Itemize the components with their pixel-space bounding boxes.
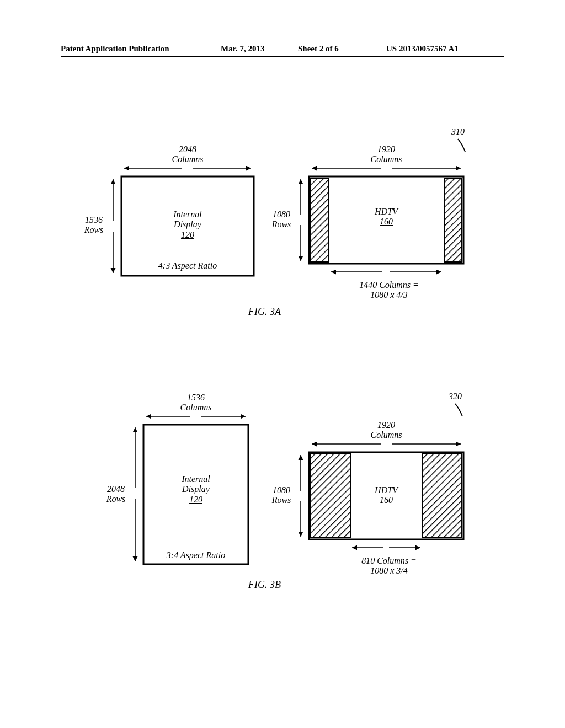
svg-rect-8 xyxy=(311,178,328,262)
fig3b-left-title: Internal Display 120 xyxy=(163,474,229,505)
fig3a-right-title-1: HDTV xyxy=(375,207,398,216)
fig3a-left-cols-value: 2048 xyxy=(179,144,196,154)
fig3b-left-cols-value: 1536 xyxy=(187,393,205,402)
fig3b-right-rows-value: 1080 xyxy=(273,485,290,495)
figure-3a: 2048 Columns 1536 Rows Internal Display … xyxy=(0,127,565,325)
publication-date: Mar. 7, 2013 xyxy=(221,44,264,53)
fig3a-right-cols-value: 1920 xyxy=(377,144,395,154)
fig3a-right-cols: 1920 Columns xyxy=(359,144,414,165)
fig3b-right-inner: 810 Columns = 1080 x 3/4 xyxy=(348,556,430,576)
header-rule xyxy=(61,56,504,57)
fig3b-left-aspect: 3:4 Aspect Ratio xyxy=(152,550,240,560)
publication-label: Patent Application Publication xyxy=(61,44,169,53)
fig3b-right-rows: 1080 Rows xyxy=(265,485,298,506)
fig3a-right-inner-cols: 1440 Columns = xyxy=(359,280,419,290)
fig3b-left-rows-label: Rows xyxy=(106,494,126,504)
fig3a-left-title: Internal Display 120 xyxy=(154,210,221,240)
fig3b-right-inner-cols: 810 Columns = xyxy=(361,556,417,565)
fig3b-left-cols: 1536 Columns xyxy=(168,393,223,413)
fig3a-left-rows-label: Rows xyxy=(84,225,104,234)
fig3a-left-title-2: Display xyxy=(174,220,201,229)
fig3b-left-rows-value: 2048 xyxy=(107,484,125,494)
fig3b-right-cols-value: 1920 xyxy=(377,420,395,430)
fig3a-ref: 310 xyxy=(444,127,472,137)
sheet-number: Sheet 2 of 6 xyxy=(298,44,339,53)
fig3a-left-cols: 2048 Columns xyxy=(160,144,215,165)
fig3a-left-cols-label: Columns xyxy=(172,154,204,164)
fig3a-left-title-1: Internal xyxy=(173,210,202,219)
fig3a-left-aspect: 4:3 Aspect Ratio xyxy=(143,261,232,271)
svg-rect-9 xyxy=(444,178,462,262)
fig3a-right-rows-label: Rows xyxy=(272,220,291,229)
fig3b-left-title-1: Internal xyxy=(182,474,210,484)
fig3a-right-inner: 1440 Columns = 1080 x 4/3 xyxy=(348,280,430,301)
fig3a-right-inner-calc: 1080 x 4/3 xyxy=(370,290,408,299)
fig3b-ref: 320 xyxy=(441,392,469,402)
fig3b-right-cols-label: Columns xyxy=(371,430,402,440)
fig3a-right-title: HDTV 160 xyxy=(353,207,419,227)
fig3b-left-refnum: 120 xyxy=(189,495,202,504)
fig3a-left-rows-value: 1536 xyxy=(85,215,103,224)
fig3a-right-refnum: 160 xyxy=(380,217,393,226)
figure-3b: 1536 Columns 2048 Rows Internal Display … xyxy=(0,375,565,618)
fig3b-right-title: HDTV 160 xyxy=(353,485,419,506)
publication-number: US 2013/0057567 A1 xyxy=(386,44,459,53)
fig3b-right-refnum: 160 xyxy=(380,495,393,505)
fig3b-right-title-1: HDTV xyxy=(375,485,398,495)
fig3b-left-title-2: Display xyxy=(182,484,210,494)
fig3b-right-inner-calc: 1080 x 3/4 xyxy=(370,566,408,575)
fig3a-right-cols-label: Columns xyxy=(371,154,402,164)
fig3b-caption: FIG. 3B xyxy=(248,579,281,591)
fig3a-left-refnum: 120 xyxy=(181,230,194,239)
fig3b-right-rows-label: Rows xyxy=(272,495,291,505)
fig3a-caption: FIG. 3A xyxy=(248,306,281,318)
patent-page: Patent Application Publication Mar. 7, 2… xyxy=(0,0,565,728)
fig3b-right-cols: 1920 Columns xyxy=(359,420,414,441)
svg-rect-23 xyxy=(422,454,462,538)
fig3a-right-rows: 1080 Rows xyxy=(265,210,298,230)
fig3b-left-rows: 2048 Rows xyxy=(99,484,132,505)
fig3b-left-cols-label: Columns xyxy=(180,403,212,412)
svg-rect-22 xyxy=(311,454,350,538)
fig3a-right-rows-value: 1080 xyxy=(273,210,290,219)
fig3a-left-rows: 1536 Rows xyxy=(77,215,110,235)
